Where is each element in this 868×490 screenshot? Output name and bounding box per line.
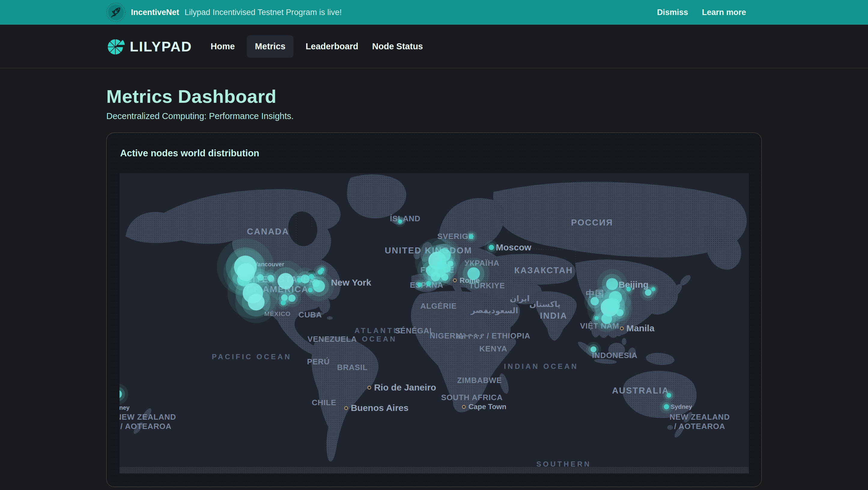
active-node-dot	[606, 278, 618, 290]
banner-message: Lilypad Incentivised Testnet Program is …	[185, 8, 342, 17]
active-node-dot	[467, 267, 480, 280]
city-marker-ring	[453, 278, 457, 282]
active-node-dot	[441, 273, 448, 281]
country-label-brasil: BRASIL	[337, 363, 368, 372]
city-label-sydney: Sydney	[120, 404, 129, 411]
city-label-sydney: Sydney	[671, 403, 692, 410]
ocean-label-indian-ocean: INDIAN OCEAN	[504, 362, 579, 371]
country-label-new-zealand-aotearoa: NEW ZEALAND/ AOTEAROA	[670, 412, 730, 431]
country-label-new-zealand-aotearoa: NEW ZEALAND/ AOTEAROA	[120, 412, 176, 431]
country-label-india: INDIA	[540, 311, 567, 320]
country-label-kenya: KENYA	[479, 344, 507, 353]
country-label-sverige: SVERIGE	[437, 231, 474, 241]
banner-badge: IncentiveNet	[131, 8, 179, 17]
main-nav: HomeMetricsLeaderboardNode Status	[209, 35, 425, 58]
active-node-dot	[651, 287, 655, 291]
country-label-label: پاکستان	[529, 299, 560, 309]
city-label-cape-town: Cape Town	[462, 403, 506, 411]
country-label-venezuela: VENEZUELA	[308, 335, 357, 344]
city-label-manila: Manila	[620, 323, 654, 334]
active-node-dot	[288, 295, 296, 302]
city-label-buenos-aires: Buenos Aires	[344, 403, 408, 413]
city-marker-ring	[367, 386, 371, 390]
active-node-dot	[645, 289, 651, 296]
nav-item-leaderboard[interactable]: Leaderboard	[304, 35, 360, 58]
active-node-dot	[309, 274, 314, 279]
active-node-dot	[237, 263, 255, 281]
active-node-dot	[431, 272, 440, 281]
active-node-dot	[489, 245, 494, 250]
active-node-dot	[664, 404, 669, 409]
world-distribution-card: Active nodes world distribution	[106, 133, 762, 487]
active-node-dot	[626, 287, 631, 292]
main-content: Metrics Dashboard Decentralized Computin…	[106, 68, 762, 487]
active-node-dot	[248, 294, 265, 311]
city-label-new-york: New York	[331, 278, 371, 288]
page-title: Metrics Dashboard	[106, 86, 762, 107]
nav-item-home[interactable]: Home	[209, 35, 237, 58]
lilypad-logo[interactable]: LILYPAD	[106, 37, 192, 56]
country-label-s-n-gal: SÉNÉGAL	[395, 326, 434, 336]
announcement-banner: IncentiveNet Lilypad Incentivised Testne…	[0, 0, 868, 25]
dismiss-button[interactable]: Dismiss	[657, 8, 688, 17]
active-node-dot	[281, 300, 286, 306]
city-marker-ring	[344, 406, 348, 410]
rocket-icon	[106, 3, 126, 22]
active-node-dot	[666, 393, 671, 398]
active-node-dot	[267, 275, 274, 281]
nav-item-node-status[interactable]: Node Status	[370, 35, 425, 58]
city-marker-ring	[620, 326, 624, 330]
country-label-chile: CHILE	[312, 398, 336, 407]
country-label-per: PERÚ	[307, 357, 330, 367]
active-node-dot	[469, 234, 474, 239]
country-label-canada: CANADA	[247, 226, 289, 236]
country-label-indonesia: INDONESIA	[592, 351, 638, 360]
city-label-beijing: Beijing	[618, 280, 648, 290]
city-label-rio-de-janeiro: Rio de Janeiro	[367, 382, 436, 393]
country-label-label: УКРАЇНА	[465, 258, 499, 267]
card-title: Active nodes world distribution	[120, 148, 748, 159]
lilypad-flower-icon	[106, 37, 126, 56]
country-label-zimbabwe: ZIMBABWE	[457, 376, 502, 385]
city-marker-ring	[462, 405, 466, 409]
active-node-dot	[590, 297, 599, 306]
country-label-vi-t-nam: VIỆT NAM	[580, 321, 619, 331]
country-label-label: ايران	[510, 294, 529, 303]
ocean-label-southern: SOUTHERN	[536, 460, 591, 468]
country-label-sland: ÍSLAND	[390, 214, 421, 223]
active-node-dot	[398, 220, 402, 224]
country-label-m-xico: MÉXICO	[264, 310, 291, 317]
city-label-moscow: Moscow	[496, 242, 531, 253]
active-node-dot	[320, 267, 324, 272]
country-label-alg-rie: ALGÉRIE	[421, 301, 457, 311]
learn-more-link[interactable]: Learn more	[702, 8, 746, 17]
active-node-dot	[594, 316, 598, 320]
active-node-dot	[313, 280, 325, 292]
top-navbar: LILYPAD HomeMetricsLeaderboardNode Statu…	[0, 25, 868, 68]
country-label-cuba: CUBA	[299, 310, 322, 319]
active-node-dot	[590, 346, 596, 352]
world-map[interactable]: PACIFIC OCEANATLANTICOCEANINDIAN OCEANSO…	[120, 173, 749, 473]
active-node-dot	[308, 288, 313, 292]
country-label-ethiopia: ኢትዮጵያ / ETHIOPIA	[456, 331, 530, 341]
country-label-south-africa: SOUTH AFRICA	[441, 393, 503, 402]
active-node-dot	[438, 248, 451, 262]
country-label-australia: AUSTRALIA	[612, 386, 669, 396]
active-node-dot	[426, 281, 431, 286]
active-node-dot	[616, 309, 623, 316]
active-node-dot	[278, 273, 294, 289]
ocean-label-pacific-ocean: PACIFIC OCEAN	[212, 353, 292, 361]
active-node-dot	[301, 275, 310, 284]
nav-item-metrics[interactable]: Metrics	[247, 35, 294, 58]
country-label-label: КАЗАКСТАН	[514, 265, 573, 275]
active-node-dot	[257, 274, 264, 281]
active-node-dot	[417, 282, 422, 287]
brand-wordmark: LILYPAD	[130, 38, 192, 55]
country-label-label: السعودية	[484, 306, 518, 315]
country-label-united-kingdom: UNITED KINGDOM	[385, 245, 472, 255]
page-subtitle: Decentralized Computing: Performance Ins…	[106, 111, 762, 121]
active-node-dot	[601, 313, 612, 324]
country-label-label: РОССИЯ	[571, 217, 613, 227]
